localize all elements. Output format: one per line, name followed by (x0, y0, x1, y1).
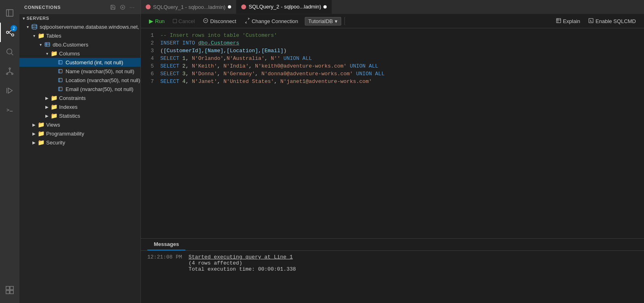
enable-sqlcmd-label: Enable SQLCMD (595, 18, 636, 24)
table-icon (44, 41, 51, 48)
column-customerid-label: CustomerId (int, not null) (66, 59, 123, 66)
column-location[interactable]: Location (nvarchar(50), not null) (19, 76, 140, 85)
column-email-label: Email (nvarchar(50), not null) (66, 86, 134, 92)
line-num-4: 4 (141, 55, 160, 62)
tab-bar: SQLQuery_1 - sqlpoo...ladmin) SQLQuery_2… (141, 0, 644, 14)
svg-rect-36 (59, 87, 62, 91)
activity-bar-connections[interactable]: 2 (0, 23, 19, 42)
server-name: sqlpoolservername.database.windows.net, … (40, 24, 140, 30)
constraints-folder[interactable]: ▶ 📁 Constraints (19, 93, 140, 102)
servers-section[interactable]: ▾ SERVERS (19, 14, 140, 22)
code-line-5: 5 SELECT 2, N'Keith', N'India', N'keith0… (141, 62, 644, 70)
column-location-label: Location (nvarchar(50), not null) (66, 77, 140, 83)
security-folder[interactable]: ▶ 📁 Security (19, 138, 140, 147)
svg-point-9 (9, 68, 11, 70)
col-chevron (50, 59, 57, 66)
sqlcmd-icon (588, 18, 594, 25)
tables-folder-icon: 📁 (37, 32, 45, 39)
disconnect-button[interactable]: Disconnect (200, 17, 239, 26)
svg-rect-18 (6, 286, 9, 290)
svg-rect-19 (10, 286, 13, 290)
activity-bar-file[interactable] (0, 3, 19, 23)
svg-point-11 (12, 73, 13, 75)
run-icon: ▶ (149, 18, 153, 24)
code-editor[interactable]: 1 -- Insert rows into table 'Customers' … (141, 28, 644, 238)
paren-close: ) (283, 48, 287, 54)
explain-label: Explain (563, 18, 580, 24)
line-num-1: 1 (141, 32, 160, 39)
columns-folder[interactable]: ▾ 📁 Columns (19, 49, 140, 58)
activity-bar-extensions[interactable] (0, 280, 19, 300)
svg-point-2 (6, 31, 9, 34)
disconnect-icon (203, 18, 208, 25)
col-list: [CustomerId],[Name],[Location],[Email] (164, 48, 283, 54)
security-label: Security (46, 140, 65, 146)
activity-bar-run[interactable] (0, 81, 19, 100)
columns-chevron: ▾ (44, 50, 50, 57)
line-content-7: SELECT 4, N'Janet', N'United States', N'… (160, 78, 644, 85)
line-content-6: SELECT 3, N'Donna', N'Germany', N'donna0… (160, 70, 644, 78)
cancel-icon (173, 19, 177, 23)
explain-icon (556, 18, 561, 25)
activity-bar-search[interactable] (0, 42, 19, 61)
cancel-button[interactable]: Cancel (170, 17, 198, 25)
tables-folder[interactable]: ▾ 📁 Tables (19, 31, 140, 40)
server-chevron: ▾ (24, 23, 31, 30)
msg-time: 12:21:08 PM (147, 254, 182, 272)
new-connection-button[interactable] (119, 4, 126, 11)
database-selector[interactable]: TutorialDB ▾ (305, 17, 341, 25)
tab-sqlquery2[interactable]: SQLQuery_2 - sqlpoo...ladmin) (236, 0, 332, 14)
toolbar-right: Explain Enable SQLCMD (553, 17, 639, 26)
run-button[interactable]: ▶ Run (146, 17, 168, 25)
svg-rect-26 (45, 42, 50, 46)
security-chevron: ▶ (31, 139, 37, 146)
column-name[interactable]: Name (nvarchar(50), not null) (19, 67, 140, 76)
more-actions-button[interactable]: ··· (129, 4, 136, 11)
server-node[interactable]: ▾ sqlpoolservername.database.windows.net… (19, 22, 140, 31)
svg-rect-0 (6, 10, 13, 17)
line-content-1: -- Insert rows into table 'Customers' (160, 32, 644, 39)
statistics-label: Statistics (59, 113, 80, 119)
views-folder[interactable]: ▶ 📁 Views (19, 120, 140, 129)
column-email-icon (57, 85, 64, 93)
code-line-3: 3 ([CustomerId],[Name],[Location],[Email… (141, 47, 644, 55)
svg-rect-20 (6, 290, 9, 294)
programmability-folder[interactable]: ▶ 📁 Programmability (19, 129, 140, 138)
tables-label: Tables (46, 33, 62, 39)
line-content-2: INSERT INTO dbo.Customers (160, 39, 644, 47)
explain-button[interactable]: Explain (553, 17, 584, 26)
messages-panel: Messages 12:21:08 PM Started executing q… (141, 238, 644, 303)
indexes-folder[interactable]: ▶ 📁 Indexes (19, 102, 140, 111)
constraints-folder-icon: 📁 (50, 94, 57, 102)
views-folder-icon: 📁 (37, 121, 45, 128)
statistics-chevron: ▶ (44, 112, 50, 119)
activity-bar-git[interactable] (0, 61, 19, 81)
dbo-customers-node[interactable]: ▾ dbo.Customers (19, 40, 140, 49)
column-email[interactable]: Email (nvarchar(50), not null) (19, 85, 140, 93)
change-connection-icon (244, 18, 250, 25)
messages-content: 12:21:08 PM Started executing query at L… (141, 251, 644, 303)
svg-point-7 (7, 49, 12, 54)
svg-point-4 (12, 34, 14, 36)
svg-marker-15 (8, 88, 12, 93)
column-name-icon (57, 68, 64, 75)
code-line-2: 2 INSERT INTO dbo.Customers (141, 39, 644, 47)
activity-bar-terminal[interactable] (0, 100, 19, 120)
programmability-folder-icon: 📁 (37, 130, 45, 137)
tab-sqlquery1[interactable]: SQLQuery_1 - sqlpoo...ladmin) (141, 0, 236, 14)
dbo-customers-label: dbo.Customers (53, 42, 88, 48)
column-customerid[interactable]: CustomerId (int, not null) (19, 58, 140, 67)
svg-rect-30 (59, 61, 62, 64)
security-folder-icon: 📁 (37, 139, 45, 146)
disconnect-label: Disconnect (210, 18, 236, 24)
tab2-label: SQLQuery_2 - sqlpoo...ladmin) (249, 4, 321, 10)
change-connection-label: Change Connection (252, 18, 298, 24)
change-connection-button[interactable]: Change Connection (241, 17, 302, 26)
enable-sqlcmd-button[interactable]: Enable SQLCMD (585, 17, 639, 26)
statistics-folder[interactable]: ▶ 📁 Statistics (19, 111, 140, 120)
svg-rect-34 (59, 78, 62, 82)
save-connection-button[interactable] (109, 4, 117, 11)
tab2-dot (323, 5, 327, 8)
connections-badge: 2 (11, 25, 17, 32)
editor-area: 1 -- Insert rows into table 'Customers' … (141, 28, 644, 303)
